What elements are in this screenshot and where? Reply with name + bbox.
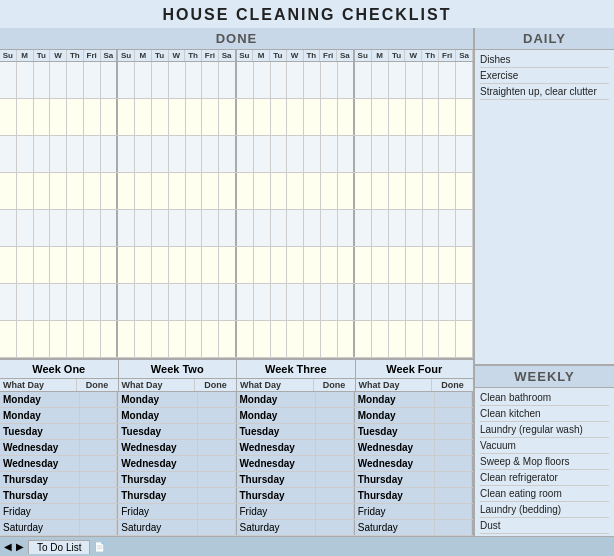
done-cell[interactable] <box>198 504 235 519</box>
col-whatday-3: What Day <box>237 379 314 391</box>
week-section: Friday <box>237 504 355 519</box>
done-cell[interactable] <box>316 520 353 535</box>
weekly-item: Laundry (bedding) <box>480 502 609 518</box>
done-cell[interactable] <box>198 488 235 503</box>
done-cell[interactable] <box>435 424 472 439</box>
done-cell[interactable] <box>435 408 472 423</box>
week-section: Monday <box>118 392 236 407</box>
scroll-right-icon[interactable]: ▶ <box>16 541 24 552</box>
week-section: Saturday <box>0 520 118 535</box>
done-cell[interactable] <box>80 424 117 439</box>
grid-row <box>0 62 473 99</box>
day-fri2: Fri <box>202 50 219 61</box>
done-cell[interactable] <box>198 472 235 487</box>
done-cell[interactable] <box>198 440 235 455</box>
col-done-3: Done <box>314 379 356 391</box>
bottom-section: Week One Week Two Week Three Week Four W… <box>0 358 473 536</box>
done-cell[interactable] <box>435 504 472 519</box>
what-day-cell: Saturday <box>0 520 80 535</box>
done-cell[interactable] <box>80 520 117 535</box>
done-cell[interactable] <box>80 392 117 407</box>
week-section: Monday <box>0 392 118 407</box>
done-cell[interactable] <box>316 504 353 519</box>
week-three-label: Week Three <box>237 360 356 378</box>
what-day-cell: Thursday <box>237 472 317 487</box>
app-wrapper: HOUSE CLEANING CHECKLIST DONE Su M Tu W … <box>0 0 614 556</box>
week-section: Friday <box>355 504 473 519</box>
weekly-item: Vacuum <box>480 438 609 454</box>
done-cell[interactable] <box>316 488 353 503</box>
daily-items-list: DishesExerciseStraighten up, clear clutt… <box>474 50 614 364</box>
done-cell[interactable] <box>198 408 235 423</box>
done-grid <box>0 62 473 358</box>
done-cell[interactable] <box>435 456 472 471</box>
what-day-cell: Wednesday <box>118 440 198 455</box>
weekly-header: WEEKLY <box>474 364 614 388</box>
week-section: Wednesday <box>0 456 118 471</box>
weekly-item: Clean bathroom <box>480 390 609 406</box>
done-cell[interactable] <box>435 520 472 535</box>
week-section: Tuesday <box>237 424 355 439</box>
done-cell[interactable] <box>80 472 117 487</box>
done-cell[interactable] <box>316 456 353 471</box>
what-day-cell: Monday <box>355 392 435 407</box>
what-day-cell: Monday <box>0 392 80 407</box>
done-cell[interactable] <box>435 392 472 407</box>
weekly-item: Laundry (regular wash) <box>480 422 609 438</box>
week1-days: Su M Tu W Th Fri Sa <box>0 50 118 61</box>
week-section: Wednesday <box>0 440 118 455</box>
done-cell[interactable] <box>198 392 235 407</box>
tab-todo-list[interactable]: To Do List <box>28 540 90 554</box>
week-four-label: Week Four <box>356 360 474 378</box>
tab-bar: ◀ ▶ To Do List 📄 <box>0 536 614 556</box>
daily-header: DAILY <box>474 28 614 50</box>
what-day-cell: Wednesday <box>237 440 317 455</box>
done-cell[interactable] <box>435 472 472 487</box>
scroll-left-icon[interactable]: ◀ <box>4 541 12 552</box>
done-cell[interactable] <box>80 504 117 519</box>
week-section: Friday <box>118 504 236 519</box>
done-cell[interactable] <box>80 456 117 471</box>
grid-row <box>0 247 473 284</box>
done-cell[interactable] <box>316 424 353 439</box>
done-cell[interactable] <box>435 440 472 455</box>
right-panel: DAILY DishesExerciseStraighten up, clear… <box>474 28 614 536</box>
weekly-items-list: Clean bathroomClean kitchenLaundry (regu… <box>474 388 614 536</box>
table-row: MondayMondayMondayMonday <box>0 408 473 424</box>
week-section: Thursday <box>118 488 236 503</box>
done-cell[interactable] <box>80 440 117 455</box>
day-headers-row: Su M Tu W Th Fri Sa Su M Tu W Th Fri Sa <box>0 50 473 62</box>
week-section: Tuesday <box>118 424 236 439</box>
grid-row <box>0 173 473 210</box>
done-cell[interactable] <box>316 392 353 407</box>
done-cell[interactable] <box>435 488 472 503</box>
col-whatday-1: What Day <box>0 379 77 391</box>
done-cell[interactable] <box>80 488 117 503</box>
week-section: Saturday <box>355 520 473 535</box>
week-section: Thursday <box>237 472 355 487</box>
content-area: DONE Su M Tu W Th Fri Sa Su M Tu <box>0 28 614 536</box>
done-cell[interactable] <box>198 456 235 471</box>
what-day-cell: Monday <box>0 408 80 423</box>
day-m4: M <box>372 50 389 61</box>
week-section: Thursday <box>118 472 236 487</box>
week-section: Wednesday <box>237 440 355 455</box>
week-section: Wednesday <box>237 456 355 471</box>
daily-item: Dishes <box>480 52 609 68</box>
done-cell[interactable] <box>316 408 353 423</box>
week-one-label: Week One <box>0 360 119 378</box>
day-m: M <box>17 50 34 61</box>
day-tu3: Tu <box>270 50 287 61</box>
day-w2: W <box>169 50 186 61</box>
day-sa3: Sa <box>337 50 355 61</box>
done-cell[interactable] <box>80 408 117 423</box>
week-section: Thursday <box>0 488 118 503</box>
done-cell[interactable] <box>198 520 235 535</box>
week-section: Wednesday <box>355 440 473 455</box>
what-day-cell: Thursday <box>0 488 80 503</box>
day-fri3: Fri <box>320 50 337 61</box>
done-cell[interactable] <box>316 472 353 487</box>
done-cell[interactable] <box>316 440 353 455</box>
done-cell[interactable] <box>198 424 235 439</box>
what-day-cell: Monday <box>118 392 198 407</box>
